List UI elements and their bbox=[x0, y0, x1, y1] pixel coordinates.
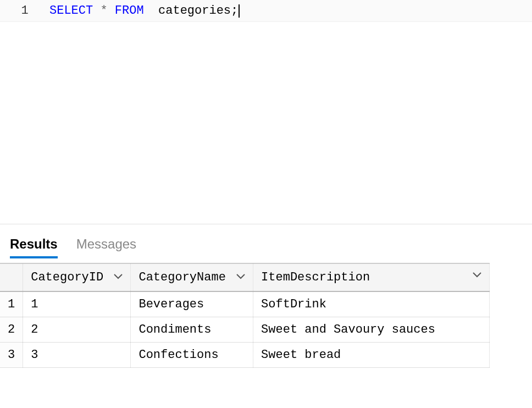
keyword-from: FROM bbox=[115, 4, 144, 18]
column-header-categoryid[interactable]: CategoryID bbox=[23, 263, 131, 291]
column-header-itemdescription[interactable]: ItemDescription bbox=[253, 263, 490, 291]
cell-categoryname[interactable]: Confections bbox=[131, 343, 253, 368]
table-row[interactable]: 3 3 Confections Sweet bread bbox=[0, 343, 490, 368]
chevron-down-icon[interactable] bbox=[114, 272, 123, 282]
keyword-select: SELECT bbox=[49, 4, 93, 18]
tab-results[interactable]: Results bbox=[10, 236, 58, 258]
text-cursor bbox=[239, 4, 240, 18]
column-header-categoryname[interactable]: CategoryName bbox=[131, 263, 253, 291]
cell-itemdescription[interactable]: Sweet bread bbox=[253, 343, 490, 368]
keyword-star: * bbox=[93, 4, 115, 18]
results-table: CategoryID CategoryName ItemDescription bbox=[0, 263, 490, 368]
sql-editor-area[interactable]: 1 SELECT * FROM categories; bbox=[0, 0, 532, 224]
cell-categoryid[interactable]: 3 bbox=[23, 343, 131, 368]
cell-categoryname[interactable]: Beverages bbox=[131, 291, 253, 317]
line-number: 1 bbox=[0, 4, 49, 18]
table-header-row: CategoryID CategoryName ItemDescription bbox=[0, 263, 490, 291]
code-content[interactable]: SELECT * FROM categories; bbox=[49, 4, 240, 18]
chevron-down-icon[interactable] bbox=[236, 272, 245, 282]
column-label: CategoryID bbox=[31, 271, 103, 284]
table-row[interactable]: 2 2 Condiments Sweet and Savoury sauces bbox=[0, 317, 490, 343]
column-label: CategoryName bbox=[138, 271, 225, 284]
code-line[interactable]: 1 SELECT * FROM categories; bbox=[0, 0, 532, 22]
sql-rest: categories; bbox=[144, 4, 239, 18]
row-number: 1 bbox=[0, 291, 23, 317]
tab-messages[interactable]: Messages bbox=[76, 236, 136, 258]
column-label: ItemDescription bbox=[261, 271, 370, 284]
cell-categoryid[interactable]: 2 bbox=[23, 317, 131, 343]
chevron-down-icon[interactable] bbox=[473, 271, 481, 280]
table-body: 1 1 Beverages SoftDrink 2 2 Condiments S… bbox=[0, 291, 490, 368]
cell-categoryname[interactable]: Condiments bbox=[131, 317, 253, 343]
cell-categoryid[interactable]: 1 bbox=[23, 291, 131, 317]
row-number: 2 bbox=[0, 317, 23, 343]
cell-itemdescription[interactable]: SoftDrink bbox=[253, 291, 490, 317]
rownum-header bbox=[0, 263, 23, 291]
cell-itemdescription[interactable]: Sweet and Savoury sauces bbox=[253, 317, 490, 343]
tabs-row: Results Messages bbox=[0, 224, 532, 258]
table-row[interactable]: 1 1 Beverages SoftDrink bbox=[0, 291, 490, 317]
results-panel: Results Messages CategoryID CategoryName bbox=[0, 224, 532, 368]
row-number: 3 bbox=[0, 343, 23, 368]
